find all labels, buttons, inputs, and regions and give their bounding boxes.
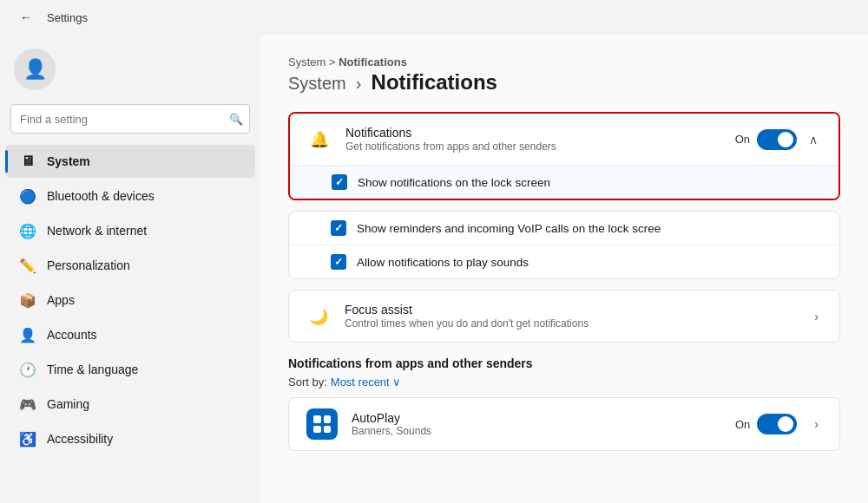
content-area: System > Notifications System › Notifica… <box>260 35 868 503</box>
voip-checkbox[interactable] <box>331 220 346 236</box>
sidebar-item-personalization[interactable]: ✏️ Personalization <box>5 249 255 282</box>
user-icon: 👤 <box>23 58 47 81</box>
sounds-checkbox-row: Allow notifications to play sounds <box>289 245 839 278</box>
autoplay-chevron-button[interactable]: › <box>811 414 822 434</box>
autoplay-label: AutoPlay <box>352 411 721 425</box>
sidebar-item-time[interactable]: 🕐 Time & language <box>5 353 255 386</box>
sidebar-label-gaming: Gaming <box>47 397 89 411</box>
search-icon: 🔍 <box>229 113 243 126</box>
lock-screen-checkbox-row: Show notifications on the lock screen <box>290 165 838 199</box>
extra-checkboxes-card: Show reminders and incoming VoIP calls o… <box>288 211 840 279</box>
focus-sublabel: Control times when you do and don't get … <box>345 317 797 330</box>
sounds-label: Allow notifications to play sounds <box>357 256 529 269</box>
sidebar-item-apps[interactable]: 📦 Apps <box>5 284 255 317</box>
back-button[interactable]: ← <box>14 5 38 29</box>
sidebar-item-bluetooth[interactable]: 🔵 Bluetooth & devices <box>5 180 255 212</box>
time-icon: 🕐 <box>19 361 36 378</box>
notifications-highlighted-card: 🔔 Notifications Get notifications from a… <box>288 112 840 200</box>
autoplay-sublabel: Banners, Sounds <box>352 425 721 437</box>
bell-icon: 🔔 <box>307 127 332 152</box>
focus-label: Focus assist <box>345 303 797 317</box>
sidebar-label-accounts: Accounts <box>47 328 97 342</box>
user-section: 👤 <box>0 42 260 104</box>
accessibility-icon: ♿ <box>19 430 36 447</box>
accounts-icon: 👤 <box>19 326 36 343</box>
sounds-checkbox[interactable] <box>331 254 346 270</box>
sidebar-item-accessibility[interactable]: ♿ Accessibility <box>5 422 255 455</box>
autoplay-icon-box <box>306 408 338 440</box>
bluetooth-icon: 🔵 <box>19 187 36 205</box>
sidebar-item-system[interactable]: 🖥 System <box>5 145 255 178</box>
sidebar-label-accessibility: Accessibility <box>47 432 113 446</box>
sidebar-label-time: Time & language <box>47 363 138 376</box>
sort-by-label: Sort by: <box>288 376 327 389</box>
notifications-main-row: 🔔 Notifications Get notifications from a… <box>290 114 838 165</box>
notifications-toggle-label: On <box>735 133 750 146</box>
sidebar-label-network: Network & internet <box>47 224 147 238</box>
autoplay-icon <box>313 415 331 433</box>
topbar-title: Settings <box>47 11 88 24</box>
sidebar-label-system: System <box>47 154 90 168</box>
notifications-toggle[interactable] <box>757 129 797 150</box>
notifications-label: Notifications <box>345 126 721 140</box>
lock-screen-label: Show notifications on the lock screen <box>358 176 550 189</box>
personalization-icon: ✏️ <box>19 257 36 274</box>
page-title: System › Notifications <box>288 70 840 95</box>
notifications-chevron-button[interactable]: ∧ <box>806 129 821 150</box>
voip-checkbox-row: Show reminders and incoming VoIP calls o… <box>289 212 839 245</box>
sidebar-label-personalization: Personalization <box>47 258 130 272</box>
focus-text: Focus assist Control times when you do a… <box>345 303 797 330</box>
sort-chevron-icon: ∨ <box>392 376 401 389</box>
sidebar-label-bluetooth: Bluetooth & devices <box>47 189 155 203</box>
notifications-toggle-container: On <box>735 129 797 150</box>
focus-chevron-button[interactable]: › <box>811 306 822 327</box>
autoplay-row: AutoPlay Banners, Sounds On › <box>288 397 840 451</box>
network-icon: 🌐 <box>19 222 36 239</box>
apps-icon: 📦 <box>19 291 36 309</box>
lock-screen-checkbox[interactable] <box>332 174 347 190</box>
sort-dropdown[interactable]: Most recent ∨ <box>331 376 402 389</box>
sidebar: 👤 🔍 🖥 System 🔵 Bluetooth & devices 🌐 Net… <box>0 35 260 503</box>
gaming-icon: 🎮 <box>19 395 36 413</box>
avatar: 👤 <box>14 49 56 90</box>
sidebar-item-network[interactable]: 🌐 Network & internet <box>5 214 255 247</box>
breadcrumb: System > Notifications <box>288 56 840 69</box>
autoplay-toggle-label: On <box>735 418 750 431</box>
autoplay-toggle[interactable] <box>757 414 797 434</box>
notifications-sublabel: Get notifications from apps and other se… <box>345 140 721 153</box>
main-layout: 👤 🔍 🖥 System 🔵 Bluetooth & devices 🌐 Net… <box>0 35 868 503</box>
focus-assist-row[interactable]: 🌙 Focus assist Control times when you do… <box>288 290 840 343</box>
sidebar-item-accounts[interactable]: 👤 Accounts <box>5 318 255 351</box>
autoplay-toggle-container: On <box>735 414 797 434</box>
notifications-text: Notifications Get notifications from app… <box>345 126 721 153</box>
notifications-action: On ∧ <box>735 129 821 150</box>
search-input[interactable] <box>10 104 250 134</box>
search-container: 🔍 <box>10 104 250 134</box>
topbar: ← Settings <box>0 0 868 35</box>
back-icon: ← <box>20 10 32 24</box>
sort-row: Sort by: Most recent ∨ <box>288 376 840 389</box>
autoplay-text: AutoPlay Banners, Sounds <box>352 411 721 437</box>
focus-icon: 🌙 <box>306 304 331 329</box>
apps-section-title: Notifications from apps and other sender… <box>288 356 840 370</box>
system-icon: 🖥 <box>19 153 36 170</box>
voip-label: Show reminders and incoming VoIP calls o… <box>357 222 661 235</box>
sidebar-item-gaming[interactable]: 🎮 Gaming <box>5 388 255 421</box>
sidebar-label-apps: Apps <box>47 293 75 307</box>
page-header: System > Notifications System › Notifica… <box>288 56 840 95</box>
